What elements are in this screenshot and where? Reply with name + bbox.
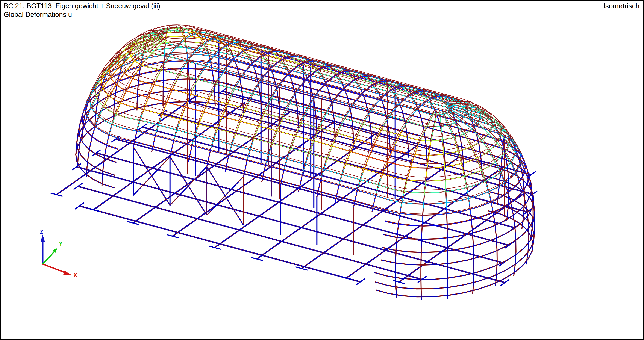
member-segment <box>488 202 501 205</box>
member-segment <box>464 281 479 285</box>
member-segment <box>143 132 164 138</box>
member-segment <box>90 121 95 126</box>
member-segment <box>447 222 448 236</box>
member-segment <box>173 36 182 36</box>
member-segment <box>163 70 164 78</box>
member-segment <box>296 67 317 72</box>
member-segment <box>383 235 396 237</box>
member-segment <box>468 257 481 260</box>
member <box>51 193 63 196</box>
member-segment <box>477 203 489 207</box>
member-segment <box>387 276 401 279</box>
member-segment <box>520 224 527 230</box>
member-segment <box>401 194 404 208</box>
member-segment <box>401 165 410 167</box>
member-segment <box>187 54 188 61</box>
member-segment <box>108 146 118 149</box>
member-segment <box>528 227 529 240</box>
member-segment <box>360 154 381 160</box>
member-segment <box>463 289 478 293</box>
member-segment <box>218 52 239 56</box>
member-segment <box>388 286 402 288</box>
member-segment <box>374 273 387 276</box>
z-axis-label: Z <box>40 229 43 235</box>
member-segment <box>168 71 188 77</box>
member-segment <box>502 195 513 200</box>
member-segment <box>534 215 535 227</box>
member-segment <box>449 177 460 179</box>
member-segment <box>287 171 308 177</box>
member-segment <box>421 277 421 289</box>
member-segment <box>490 197 493 210</box>
member-segment <box>393 189 403 191</box>
member-segment <box>372 183 393 189</box>
member-segment <box>375 282 388 285</box>
member-segment <box>505 228 515 234</box>
member-segment <box>81 156 87 162</box>
member-segment <box>103 184 114 188</box>
member-segment <box>446 104 470 104</box>
member <box>214 133 376 248</box>
member-segment <box>489 192 502 195</box>
x-axis-label: X <box>74 272 77 279</box>
member-segment <box>112 73 122 78</box>
member-segment <box>450 189 462 191</box>
member-segment <box>494 234 505 239</box>
member-segment <box>452 248 467 250</box>
member-segment <box>494 247 506 252</box>
member-segment <box>466 218 478 221</box>
member <box>110 36 502 168</box>
member-segment <box>107 135 109 145</box>
member-segment <box>529 211 533 218</box>
member-segment <box>514 266 523 273</box>
member-segment <box>522 259 528 266</box>
member-segment <box>228 84 248 89</box>
x-axis-line <box>43 264 66 273</box>
member-segment <box>504 273 514 279</box>
axis-triad: Z Y X <box>11 219 102 290</box>
member-segment <box>276 62 296 67</box>
member-segment <box>399 208 401 222</box>
member-segment <box>104 91 108 95</box>
member-segment <box>294 149 314 155</box>
member-segment <box>528 251 532 259</box>
member-segment <box>481 252 494 257</box>
member-segment <box>448 285 464 288</box>
member-segment <box>478 285 492 289</box>
member-segment <box>244 70 265 76</box>
member <box>133 147 170 205</box>
member-segment <box>492 271 505 276</box>
member-segment <box>176 30 178 31</box>
y-axis-line <box>43 252 54 264</box>
member-segment <box>114 100 115 109</box>
member-segment <box>479 267 493 272</box>
member-segment <box>513 200 522 205</box>
member-segment <box>497 250 497 262</box>
member-segment <box>253 138 274 143</box>
member-segment <box>467 244 481 248</box>
member-segment <box>505 255 516 261</box>
member-segment <box>109 125 112 135</box>
member-segment <box>478 214 491 218</box>
member-segment <box>524 241 530 248</box>
z-axis-arrowhead <box>40 235 45 242</box>
member-segment <box>96 101 98 110</box>
member-segment <box>126 118 146 122</box>
member-segment <box>505 265 515 271</box>
member-segment <box>205 149 226 155</box>
y-axis-label: Y <box>59 241 63 247</box>
member-segment <box>369 194 390 200</box>
member-segment <box>511 218 520 224</box>
member <box>207 167 243 225</box>
member-segment <box>414 157 435 162</box>
member <box>88 208 100 211</box>
member-segment <box>143 41 144 43</box>
member-segment <box>448 236 448 250</box>
member-segment <box>514 264 515 276</box>
member <box>94 102 245 210</box>
member-segment <box>137 101 137 110</box>
member-segment <box>270 98 290 104</box>
member-segment <box>500 214 511 218</box>
member-segment <box>516 234 524 240</box>
member <box>375 202 534 289</box>
